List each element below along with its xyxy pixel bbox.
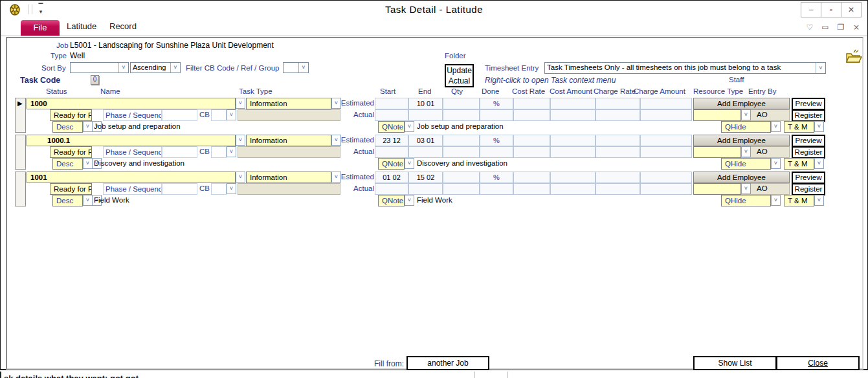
chevron-down-icon[interactable]: ˅	[814, 121, 824, 132]
task-type-field[interactable]: Information	[246, 172, 331, 183]
actual-start-cell[interactable]	[375, 109, 408, 121]
show-list-button[interactable]: Show List	[693, 356, 777, 370]
charge-rate-cell[interactable]	[595, 98, 640, 109]
task-code-zero-button[interactable]: 0	[91, 75, 99, 85]
task-type-field[interactable]: Information	[246, 98, 331, 109]
qty-cell[interactable]	[443, 98, 480, 109]
chevron-down-icon[interactable]: ˅	[236, 98, 245, 109]
another-job-button[interactable]: another Job	[406, 356, 489, 370]
chevron-down-icon[interactable]: ˅	[118, 63, 128, 72]
register-button[interactable]: Register	[792, 183, 825, 195]
actual-qty-cell[interactable]	[443, 109, 480, 121]
cb-code-field[interactable]	[211, 109, 227, 121]
tab-record[interactable]: Record	[109, 21, 137, 31]
charge-amount-cell[interactable]	[640, 172, 692, 183]
chevron-down-icon[interactable]: ˅	[227, 183, 236, 194]
actual-charge-rate-cell[interactable]	[595, 183, 640, 195]
chevron-down-icon[interactable]: ˅	[814, 195, 824, 206]
actual-qty-cell[interactable]	[443, 183, 480, 195]
favorite-icon[interactable]: ♡	[805, 23, 814, 32]
qhide-dropdown[interactable]: QHide	[721, 121, 771, 133]
chevron-down-icon[interactable]: ˅	[741, 183, 751, 194]
phase-sequence-field[interactable]: Phase / Sequence	[103, 183, 162, 195]
desc-dropdown[interactable]: Desc	[52, 158, 83, 170]
chevron-down-icon[interactable]: ˅	[741, 146, 751, 157]
billing-type-field[interactable]: T & M	[784, 158, 814, 170]
resource-type-field[interactable]	[693, 109, 741, 121]
chevron-down-icon[interactable]: ˅	[227, 146, 236, 157]
chevron-down-icon[interactable]: ˅	[771, 121, 781, 132]
chevron-down-icon[interactable]: ˅	[83, 195, 93, 206]
cost-rate-cell[interactable]	[513, 98, 550, 109]
cb-code-field[interactable]	[211, 146, 227, 158]
charge-rate-cell[interactable]	[595, 172, 640, 183]
maximize-button[interactable]: ▫	[821, 2, 841, 17]
actual-end-cell[interactable]	[408, 183, 443, 195]
actual-cost-amount-cell[interactable]	[550, 109, 595, 121]
chevron-down-icon[interactable]: ˅	[814, 158, 824, 169]
preview-button[interactable]: Preview	[792, 172, 825, 184]
actual-qty-cell[interactable]	[443, 146, 480, 158]
add-employee-button[interactable]: Add Employee	[693, 98, 790, 109]
qnote-text[interactable]: Job setup and preparation	[417, 121, 695, 133]
qnote-dropdown[interactable]: QNote	[378, 195, 405, 206]
actual-start-cell[interactable]	[375, 146, 408, 158]
actual-end-cell[interactable]	[408, 146, 443, 158]
billing-type-field[interactable]: T & M	[784, 121, 814, 133]
cb-code-field[interactable]	[211, 183, 227, 195]
tab-file[interactable]: File	[21, 20, 60, 36]
add-employee-button[interactable]: Add Employee	[693, 172, 790, 183]
chevron-down-icon[interactable]: ˅	[83, 158, 93, 169]
qty-cell[interactable]	[443, 172, 480, 183]
qnote-dropdown[interactable]: QNote	[378, 158, 405, 170]
description-field[interactable]: Field Work	[94, 195, 376, 206]
sort-by-select[interactable]: ˅	[70, 62, 129, 73]
sort-direction-select[interactable]: Ascending˅	[130, 62, 181, 73]
status-field[interactable]: Ready for Fie	[50, 109, 92, 121]
windows-cascade-icon[interactable]: ❐	[836, 23, 845, 32]
estimated-start-cell[interactable]: 23 12 2018	[375, 135, 408, 146]
chevron-down-icon[interactable]: ˅	[771, 158, 781, 169]
preview-button[interactable]: Preview	[792, 135, 825, 147]
chevron-down-icon[interactable]: ˅	[236, 135, 245, 146]
close-form-button[interactable]: Close	[776, 356, 860, 370]
status-field[interactable]: Ready for Fie	[50, 183, 92, 195]
actual-done-cell[interactable]	[480, 109, 513, 121]
actual-cost-amount-cell[interactable]	[550, 183, 595, 195]
register-button[interactable]: Register	[792, 109, 825, 122]
chevron-down-icon[interactable]: ˅	[298, 63, 308, 72]
collapse-ribbon-icon[interactable]: ▭	[821, 23, 830, 32]
actual-end-cell[interactable]	[408, 109, 443, 121]
chevron-down-icon[interactable]: ˅	[170, 63, 180, 72]
done-cell[interactable]: %	[480, 135, 513, 146]
close-window-icon[interactable]: ⨯	[852, 23, 861, 32]
cost-rate-cell[interactable]	[513, 172, 550, 183]
open-folder-button[interactable]	[845, 49, 862, 66]
qty-cell[interactable]	[443, 135, 480, 146]
done-cell[interactable]: %	[480, 172, 513, 183]
update-actual-button[interactable]: UpdateActual	[445, 64, 474, 87]
phase-sequence-field[interactable]: Phase / Sequence	[103, 109, 162, 121]
filter-cb-select[interactable]: ˅	[283, 62, 309, 73]
desc-dropdown[interactable]: Desc	[52, 121, 83, 133]
minimize-button[interactable]: –	[801, 2, 821, 17]
chevron-down-icon[interactable]: ˅	[741, 109, 751, 120]
actual-charge-rate-cell[interactable]	[595, 146, 640, 158]
close-button[interactable]: ✕	[841, 2, 862, 17]
desc-dropdown[interactable]: Desc	[52, 195, 83, 206]
actual-charge-amount-cell[interactable]	[640, 146, 692, 158]
actual-done-cell[interactable]	[480, 146, 513, 158]
chevron-down-icon[interactable]: ˅	[405, 121, 414, 132]
title-bar[interactable]: ▔▾ Task Detail - Latitude – ▫ ✕	[1, 1, 867, 19]
actual-done-cell[interactable]	[480, 183, 513, 195]
estimated-end-cell[interactable]: 15 02 2019	[408, 172, 443, 183]
estimated-start-cell[interactable]	[375, 98, 408, 109]
register-button[interactable]: Register	[792, 146, 825, 159]
billing-type-field[interactable]: T & M	[784, 195, 814, 206]
charge-amount-cell[interactable]	[640, 135, 692, 146]
tab-latitude[interactable]: Latitude	[67, 21, 96, 31]
chevron-down-icon[interactable]: ˅	[771, 195, 781, 206]
qhide-dropdown[interactable]: QHide	[721, 158, 771, 170]
estimated-end-cell[interactable]: 03 01 2019	[408, 135, 443, 146]
charge-rate-cell[interactable]	[595, 135, 640, 146]
